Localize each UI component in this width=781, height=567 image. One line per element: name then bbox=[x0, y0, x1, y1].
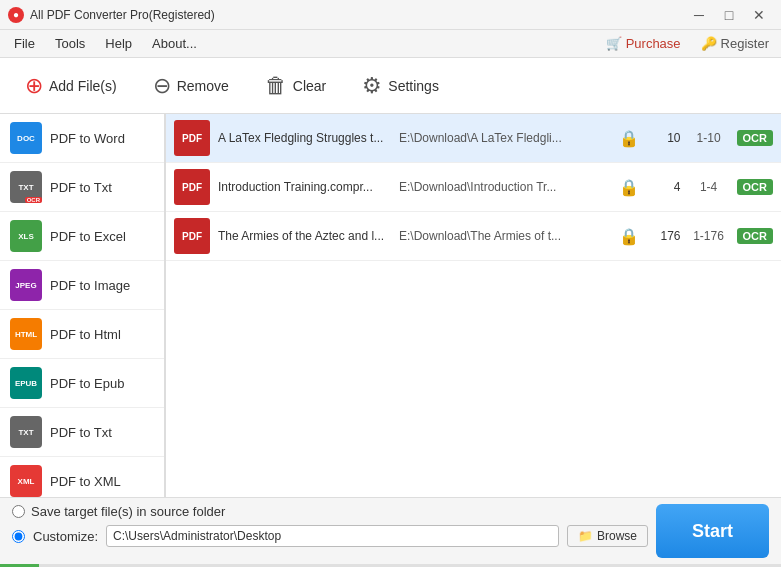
customize-row: Customize: 📁 Browse bbox=[12, 525, 648, 547]
close-button[interactable]: ✕ bbox=[745, 5, 773, 25]
add-files-button[interactable]: ⊕ Add File(s) bbox=[10, 66, 132, 106]
doc-icon: DOC bbox=[10, 122, 42, 154]
save-source-row: Save target file(s) in source folder bbox=[12, 504, 648, 519]
start-area: Start bbox=[656, 504, 769, 558]
purchase-label: Purchase bbox=[626, 36, 681, 51]
pages-total-1: 4 bbox=[651, 180, 681, 194]
epub-icon: EPUB bbox=[10, 367, 42, 399]
save-source-label[interactable]: Save target file(s) in source folder bbox=[12, 504, 225, 519]
sidebar-item-pdf-to-image[interactable]: JPEG PDF to Image bbox=[0, 261, 164, 310]
txt-icon-1: TXT OCR bbox=[10, 171, 42, 203]
menu-help[interactable]: Help bbox=[95, 32, 142, 55]
title-bar: ● All PDF Converter Pro(Registered) ─ □ … bbox=[0, 0, 781, 30]
pdf-thumb-1: PDF bbox=[174, 169, 210, 205]
remove-label: Remove bbox=[177, 78, 229, 94]
remove-button[interactable]: ⊖ Remove bbox=[138, 66, 244, 106]
sidebar-label-pdf-to-word: PDF to Word bbox=[50, 131, 125, 146]
trash-icon: 🗑 bbox=[265, 73, 287, 99]
file-row-1[interactable]: PDF Introduction Training.compr... E:\Do… bbox=[166, 163, 781, 212]
pdf-thumb-0: PDF bbox=[174, 120, 210, 156]
menu-about[interactable]: About... bbox=[142, 32, 207, 55]
file-name-2: The Armies of the Aztec and l... bbox=[218, 229, 391, 243]
file-path-2: E:\Download\The Armies of t... bbox=[399, 229, 607, 243]
ocr-badge-file-1[interactable]: OCR bbox=[737, 179, 773, 195]
sidebar-item-pdf-to-txt-2[interactable]: TXT PDF to Txt bbox=[0, 408, 164, 457]
ocr-badge-1: OCR bbox=[25, 197, 42, 203]
ocr-badge-file-0[interactable]: OCR bbox=[737, 130, 773, 146]
add-icon: ⊕ bbox=[25, 73, 43, 99]
pdf-thumb-2: PDF bbox=[174, 218, 210, 254]
pages-range-1: 1-4 bbox=[689, 180, 729, 194]
clear-button[interactable]: 🗑 Clear bbox=[250, 66, 341, 106]
gear-icon: ⚙ bbox=[362, 73, 382, 99]
register-button[interactable]: 🔑 Register bbox=[693, 33, 777, 54]
browse-button[interactable]: 📁 Browse bbox=[567, 525, 648, 547]
sidebar: DOC PDF to Word TXT OCR PDF to Txt XLS P… bbox=[0, 114, 165, 497]
file-path-1: E:\Download\Introduction Tr... bbox=[399, 180, 607, 194]
menu-file[interactable]: File bbox=[4, 32, 45, 55]
sidebar-item-pdf-to-epub[interactable]: EPUB PDF to Epub bbox=[0, 359, 164, 408]
sidebar-item-pdf-to-word[interactable]: DOC PDF to Word bbox=[0, 114, 164, 163]
start-button[interactable]: Start bbox=[656, 504, 769, 558]
file-name-1: Introduction Training.compr... bbox=[218, 180, 391, 194]
sidebar-label-pdf-to-txt-1: PDF to Txt bbox=[50, 180, 112, 195]
sidebar-label-pdf-to-xml: PDF to XML bbox=[50, 474, 121, 489]
settings-button[interactable]: ⚙ Settings bbox=[347, 66, 454, 106]
main-content: DOC PDF to Word TXT OCR PDF to Txt XLS P… bbox=[0, 114, 781, 497]
pages-total-0: 10 bbox=[651, 131, 681, 145]
file-row-0[interactable]: PDF A LaTex Fledgling Struggles t... E:\… bbox=[166, 114, 781, 163]
menu-tools[interactable]: Tools bbox=[45, 32, 95, 55]
sidebar-item-pdf-to-txt-1[interactable]: TXT OCR PDF to Txt bbox=[0, 163, 164, 212]
html-icon: HTML bbox=[10, 318, 42, 350]
lock-icon-1: 🔒 bbox=[619, 178, 639, 197]
sidebar-item-pdf-to-xml[interactable]: XML PDF to XML bbox=[0, 457, 164, 497]
minimize-button[interactable]: ─ bbox=[685, 5, 713, 25]
file-path-0: E:\Download\A LaTex Fledgli... bbox=[399, 131, 607, 145]
sidebar-label-pdf-to-txt-2: PDF to Txt bbox=[50, 425, 112, 440]
pages-range-2: 1-176 bbox=[689, 229, 729, 243]
ocr-badge-file-2[interactable]: OCR bbox=[737, 228, 773, 244]
app-icon: ● bbox=[8, 7, 24, 23]
key-icon: 🔑 bbox=[701, 36, 717, 51]
pages-range-0: 1-10 bbox=[689, 131, 729, 145]
menu-right: 🛒 Purchase 🔑 Register bbox=[598, 33, 777, 54]
app-title: All PDF Converter Pro(Registered) bbox=[30, 8, 685, 22]
sidebar-label-pdf-to-epub: PDF to Epub bbox=[50, 376, 124, 391]
pages-total-2: 176 bbox=[651, 229, 681, 243]
lock-icon-2: 🔒 bbox=[619, 227, 639, 246]
customize-label-text: Customize: bbox=[33, 529, 98, 544]
file-row-2[interactable]: PDF The Armies of the Aztec and l... E:\… bbox=[166, 212, 781, 261]
maximize-button[interactable]: □ bbox=[715, 5, 743, 25]
bottom-left: Save target file(s) in source folder Cus… bbox=[12, 504, 648, 558]
jpg-icon: JPEG bbox=[10, 269, 42, 301]
save-target-label-text: Save target file(s) in source folder bbox=[31, 504, 225, 519]
register-label: Register bbox=[721, 36, 769, 51]
file-list-area[interactable]: PDF A LaTex Fledgling Struggles t... E:\… bbox=[165, 114, 781, 497]
sidebar-scroll[interactable]: DOC PDF to Word TXT OCR PDF to Txt XLS P… bbox=[0, 114, 164, 497]
sidebar-label-pdf-to-image: PDF to Image bbox=[50, 278, 130, 293]
add-files-label: Add File(s) bbox=[49, 78, 117, 94]
xls-icon: XLS bbox=[10, 220, 42, 252]
bottom-area: Save target file(s) in source folder Cus… bbox=[0, 497, 781, 564]
menu-bar: File Tools Help About... 🛒 Purchase 🔑 Re… bbox=[0, 30, 781, 58]
file-name-0: A LaTex Fledgling Struggles t... bbox=[218, 131, 391, 145]
save-source-radio[interactable] bbox=[12, 505, 25, 518]
lock-icon-0: 🔒 bbox=[619, 129, 639, 148]
folder-icon: 📁 bbox=[578, 529, 593, 543]
customize-path-input[interactable] bbox=[106, 525, 559, 547]
cart-icon: 🛒 bbox=[606, 36, 622, 51]
customize-radio[interactable] bbox=[12, 530, 25, 543]
remove-icon: ⊖ bbox=[153, 73, 171, 99]
sidebar-label-pdf-to-html: PDF to Html bbox=[50, 327, 121, 342]
purchase-button[interactable]: 🛒 Purchase bbox=[598, 33, 689, 54]
sidebar-item-pdf-to-excel[interactable]: XLS PDF to Excel bbox=[0, 212, 164, 261]
sidebar-label-pdf-to-excel: PDF to Excel bbox=[50, 229, 126, 244]
xml-icon: XML bbox=[10, 465, 42, 497]
settings-label: Settings bbox=[388, 78, 439, 94]
clear-label: Clear bbox=[293, 78, 326, 94]
toolbar: ⊕ Add File(s) ⊖ Remove 🗑 Clear ⚙ Setting… bbox=[0, 58, 781, 114]
browse-label: Browse bbox=[597, 529, 637, 543]
window-controls: ─ □ ✕ bbox=[685, 5, 773, 25]
sidebar-item-pdf-to-html[interactable]: HTML PDF to Html bbox=[0, 310, 164, 359]
txt-icon-2: TXT bbox=[10, 416, 42, 448]
